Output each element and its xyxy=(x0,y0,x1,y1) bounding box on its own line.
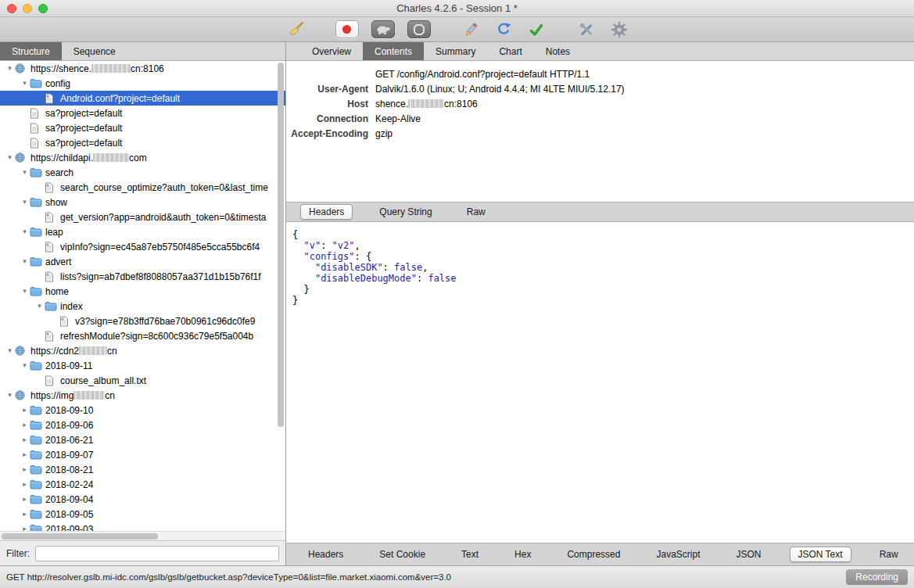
tools-button[interactable] xyxy=(576,20,597,39)
request-header-row: Accept-Encodinggzip xyxy=(286,127,914,142)
tree-item[interactable]: ▾search xyxy=(0,165,285,180)
tree-item[interactable]: ▾leap xyxy=(0,224,285,239)
expander-icon[interactable]: ▾ xyxy=(20,358,30,373)
response-tab-raw[interactable]: Raw xyxy=(872,547,906,561)
expander-icon[interactable]: ▾ xyxy=(20,195,30,210)
header-value: gzip xyxy=(375,127,392,142)
throttling-button[interactable] xyxy=(371,20,395,38)
expander-icon[interactable]: ▸ xyxy=(20,447,30,462)
tree-item-label: https://shence.cn:8106 xyxy=(30,63,164,74)
response-tab-set-cookie[interactable]: Set Cookie xyxy=(371,547,433,561)
redacted-text xyxy=(73,391,105,400)
main-tab-overview[interactable]: Overview xyxy=(300,42,363,60)
request-tab-query-string[interactable]: Query String xyxy=(371,205,439,219)
tree-item[interactable]: ▾https://childapi.com xyxy=(0,150,285,165)
expander-icon[interactable]: ▾ xyxy=(20,76,30,91)
filter-label: Filter: xyxy=(6,548,30,559)
request-tab-raw[interactable]: Raw xyxy=(459,205,493,219)
expander-icon[interactable]: ▾ xyxy=(20,224,30,239)
tree-item[interactable]: ▸2018-09-10 xyxy=(0,403,285,418)
main-tab-summary[interactable]: Summary xyxy=(424,42,487,60)
main-tab-notes[interactable]: Notes xyxy=(534,42,582,60)
main-tab-contents[interactable]: Contents xyxy=(363,42,424,60)
tree-item[interactable]: ▸2018-08-21 xyxy=(0,462,285,477)
tree-item[interactable]: get_version?app=android&auth_token=0&tim… xyxy=(0,210,285,224)
minimize-button[interactable] xyxy=(23,4,32,13)
horizontal-scrollbar-thumb[interactable] xyxy=(2,533,158,540)
expander-icon[interactable]: ▾ xyxy=(20,284,30,299)
tree-item[interactable]: Android.conf?project=default xyxy=(0,91,285,106)
compose-button[interactable] xyxy=(461,20,481,39)
vertical-scrollbar[interactable] xyxy=(278,63,285,529)
tree-item[interactable]: lists?sign=ab7dbef8f8088057aa371d1b15b76… xyxy=(0,269,285,284)
expander-icon[interactable]: ▸ xyxy=(20,432,30,447)
header-name: User-Agent xyxy=(286,82,375,97)
tree-item[interactable]: search_course_optimize?auth_token=0&last… xyxy=(0,180,285,195)
expander-icon[interactable]: ▸ xyxy=(20,522,30,531)
expander-icon[interactable]: ▾ xyxy=(20,254,30,269)
sidebar-tab-structure[interactable]: Structure xyxy=(0,42,62,60)
response-tab-javascript[interactable]: JavaScript xyxy=(648,547,708,561)
response-tab-headers[interactable]: Headers xyxy=(300,547,351,561)
horizontal-scrollbar[interactable] xyxy=(0,531,285,540)
expander-icon[interactable]: ▸ xyxy=(20,492,30,507)
tree-item[interactable]: ▸2018-09-03 xyxy=(0,522,285,531)
clear-session-button[interactable] xyxy=(285,20,306,39)
expander-icon[interactable]: ▾ xyxy=(20,165,30,180)
recording-badge[interactable]: Recording xyxy=(846,569,908,585)
tree-item[interactable]: sa?project=default xyxy=(0,135,285,150)
tree-item[interactable]: ▾index xyxy=(0,299,285,314)
expander-icon[interactable]: ▸ xyxy=(20,462,30,477)
filter-input[interactable] xyxy=(35,546,279,561)
tree-item[interactable]: vipInfo?sign=ec45a87eb5750f485e5cca55bc6… xyxy=(0,239,285,254)
expander-icon[interactable]: ▸ xyxy=(20,507,30,522)
close-button[interactable] xyxy=(7,4,16,13)
breakpoints-button[interactable] xyxy=(407,20,431,38)
validate-button[interactable] xyxy=(526,20,547,39)
response-tab-hex[interactable]: Hex xyxy=(507,547,539,561)
tree-item[interactable]: ▾advert xyxy=(0,254,285,269)
repeat-button[interactable] xyxy=(493,20,514,39)
response-tab-json[interactable]: JSON xyxy=(728,547,769,561)
tree-item[interactable]: sa?project=default xyxy=(0,106,285,120)
tree-item[interactable]: ▸2018-09-04 xyxy=(0,492,285,507)
tree-item[interactable]: ▸2018-09-07 xyxy=(0,447,285,462)
expander-icon[interactable]: ▾ xyxy=(5,343,15,358)
tree-item[interactable]: ▾config xyxy=(0,76,285,91)
main-tab-chart[interactable]: Chart xyxy=(487,42,533,60)
response-tab-compressed[interactable]: Compressed xyxy=(559,547,628,561)
tree-item[interactable]: refreshModule?sign=8c600c936c79e5f5a004b xyxy=(0,328,285,343)
response-tab-text[interactable]: Text xyxy=(453,547,486,561)
expander-icon[interactable]: ▾ xyxy=(34,299,45,314)
tree-item[interactable]: ▸2018-02-24 xyxy=(0,477,285,492)
tree-item[interactable]: v3?sign=e78b3ffd76bae70b0961c96dc0fe9 xyxy=(0,314,285,328)
doc-icon xyxy=(45,212,59,223)
expander-icon[interactable]: ▸ xyxy=(20,403,30,418)
expander-icon[interactable]: ▾ xyxy=(5,61,15,76)
repeat-arrow-icon xyxy=(495,21,512,38)
tree-item[interactable]: ▸2018-06-21 xyxy=(0,432,285,447)
folder-icon xyxy=(30,227,45,237)
response-tab-json-text[interactable]: JSON Text xyxy=(790,547,851,562)
tree-item[interactable]: course_album_all.txt xyxy=(0,373,285,388)
tree-item[interactable]: sa?project=default xyxy=(0,120,285,135)
settings-button[interactable] xyxy=(609,20,629,39)
expander-icon[interactable]: ▸ xyxy=(20,418,30,432)
tree-item[interactable]: ▾https://imgcn xyxy=(0,388,285,403)
tree-item[interactable]: ▸2018-09-06 xyxy=(0,418,285,432)
tree-item[interactable]: ▸2018-09-05 xyxy=(0,507,285,522)
sidebar-tab-sequence[interactable]: Sequence xyxy=(62,42,127,60)
vertical-scrollbar-thumb[interactable] xyxy=(278,63,284,427)
tree-item[interactable]: ▾https://cdn2cn xyxy=(0,343,285,358)
header-name: Host xyxy=(286,97,375,112)
zoom-button[interactable] xyxy=(38,4,48,13)
record-button[interactable] xyxy=(335,20,359,38)
tree-item[interactable]: ▾https://shence.cn:8106 xyxy=(0,61,285,76)
expander-icon[interactable]: ▾ xyxy=(5,388,15,403)
tree-item[interactable]: ▾2018-09-11 xyxy=(0,358,285,373)
tree-item[interactable]: ▾home xyxy=(0,284,285,299)
tree-item[interactable]: ▾show xyxy=(0,195,285,210)
expander-icon[interactable]: ▾ xyxy=(5,150,15,165)
expander-icon[interactable]: ▸ xyxy=(20,477,30,492)
request-tab-headers[interactable]: Headers xyxy=(300,204,353,220)
